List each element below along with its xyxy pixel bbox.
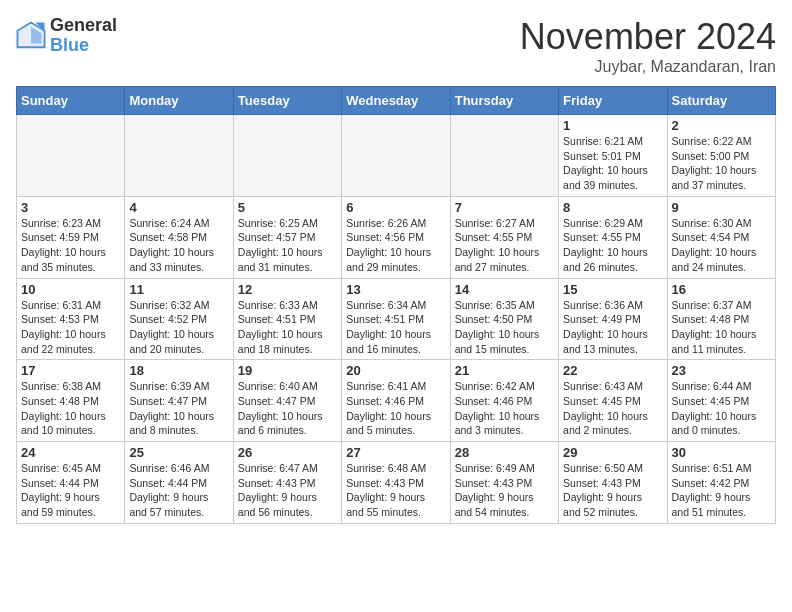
calendar-cell: 18Sunrise: 6:39 AM Sunset: 4:47 PM Dayli… — [125, 360, 233, 442]
calendar-cell: 29Sunrise: 6:50 AM Sunset: 4:43 PM Dayli… — [559, 442, 667, 524]
weekday-header-row: SundayMondayTuesdayWednesdayThursdayFrid… — [17, 87, 776, 115]
day-number: 2 — [672, 118, 771, 133]
day-number: 8 — [563, 200, 662, 215]
day-info: Sunrise: 6:50 AM Sunset: 4:43 PM Dayligh… — [563, 461, 662, 520]
logo-general: General — [50, 16, 117, 36]
day-number: 7 — [455, 200, 554, 215]
calendar-cell: 14Sunrise: 6:35 AM Sunset: 4:50 PM Dayli… — [450, 278, 558, 360]
calendar-cell: 20Sunrise: 6:41 AM Sunset: 4:46 PM Dayli… — [342, 360, 450, 442]
weekday-header-saturday: Saturday — [667, 87, 775, 115]
weekday-header-thursday: Thursday — [450, 87, 558, 115]
day-number: 26 — [238, 445, 337, 460]
day-number: 3 — [21, 200, 120, 215]
day-info: Sunrise: 6:33 AM Sunset: 4:51 PM Dayligh… — [238, 298, 337, 357]
week-row-1: 1Sunrise: 6:21 AM Sunset: 5:01 PM Daylig… — [17, 115, 776, 197]
calendar-cell: 3Sunrise: 6:23 AM Sunset: 4:59 PM Daylig… — [17, 196, 125, 278]
calendar-cell: 6Sunrise: 6:26 AM Sunset: 4:56 PM Daylig… — [342, 196, 450, 278]
day-number: 12 — [238, 282, 337, 297]
day-number: 22 — [563, 363, 662, 378]
day-number: 17 — [21, 363, 120, 378]
day-number: 28 — [455, 445, 554, 460]
day-info: Sunrise: 6:40 AM Sunset: 4:47 PM Dayligh… — [238, 379, 337, 438]
day-number: 18 — [129, 363, 228, 378]
calendar-cell: 24Sunrise: 6:45 AM Sunset: 4:44 PM Dayli… — [17, 442, 125, 524]
day-info: Sunrise: 6:31 AM Sunset: 4:53 PM Dayligh… — [21, 298, 120, 357]
calendar-cell: 21Sunrise: 6:42 AM Sunset: 4:46 PM Dayli… — [450, 360, 558, 442]
month-title: November 2024 — [520, 16, 776, 58]
calendar-cell: 5Sunrise: 6:25 AM Sunset: 4:57 PM Daylig… — [233, 196, 341, 278]
calendar-cell — [125, 115, 233, 197]
calendar-cell: 30Sunrise: 6:51 AM Sunset: 4:42 PM Dayli… — [667, 442, 775, 524]
day-number: 9 — [672, 200, 771, 215]
day-info: Sunrise: 6:21 AM Sunset: 5:01 PM Dayligh… — [563, 134, 662, 193]
calendar-table: SundayMondayTuesdayWednesdayThursdayFrid… — [16, 86, 776, 524]
day-info: Sunrise: 6:37 AM Sunset: 4:48 PM Dayligh… — [672, 298, 771, 357]
calendar-cell — [450, 115, 558, 197]
day-info: Sunrise: 6:38 AM Sunset: 4:48 PM Dayligh… — [21, 379, 120, 438]
week-row-2: 3Sunrise: 6:23 AM Sunset: 4:59 PM Daylig… — [17, 196, 776, 278]
week-row-4: 17Sunrise: 6:38 AM Sunset: 4:48 PM Dayli… — [17, 360, 776, 442]
day-number: 4 — [129, 200, 228, 215]
calendar-cell: 15Sunrise: 6:36 AM Sunset: 4:49 PM Dayli… — [559, 278, 667, 360]
day-info: Sunrise: 6:30 AM Sunset: 4:54 PM Dayligh… — [672, 216, 771, 275]
day-info: Sunrise: 6:46 AM Sunset: 4:44 PM Dayligh… — [129, 461, 228, 520]
day-number: 29 — [563, 445, 662, 460]
day-number: 13 — [346, 282, 445, 297]
day-number: 6 — [346, 200, 445, 215]
day-info: Sunrise: 6:41 AM Sunset: 4:46 PM Dayligh… — [346, 379, 445, 438]
day-info: Sunrise: 6:29 AM Sunset: 4:55 PM Dayligh… — [563, 216, 662, 275]
calendar-cell: 27Sunrise: 6:48 AM Sunset: 4:43 PM Dayli… — [342, 442, 450, 524]
day-number: 19 — [238, 363, 337, 378]
day-number: 24 — [21, 445, 120, 460]
week-row-3: 10Sunrise: 6:31 AM Sunset: 4:53 PM Dayli… — [17, 278, 776, 360]
day-number: 30 — [672, 445, 771, 460]
day-info: Sunrise: 6:23 AM Sunset: 4:59 PM Dayligh… — [21, 216, 120, 275]
day-number: 21 — [455, 363, 554, 378]
calendar-cell: 4Sunrise: 6:24 AM Sunset: 4:58 PM Daylig… — [125, 196, 233, 278]
day-info: Sunrise: 6:34 AM Sunset: 4:51 PM Dayligh… — [346, 298, 445, 357]
calendar-cell: 17Sunrise: 6:38 AM Sunset: 4:48 PM Dayli… — [17, 360, 125, 442]
day-number: 27 — [346, 445, 445, 460]
day-info: Sunrise: 6:39 AM Sunset: 4:47 PM Dayligh… — [129, 379, 228, 438]
day-info: Sunrise: 6:24 AM Sunset: 4:58 PM Dayligh… — [129, 216, 228, 275]
day-number: 11 — [129, 282, 228, 297]
weekday-header-sunday: Sunday — [17, 87, 125, 115]
calendar-cell: 12Sunrise: 6:33 AM Sunset: 4:51 PM Dayli… — [233, 278, 341, 360]
calendar-cell: 10Sunrise: 6:31 AM Sunset: 4:53 PM Dayli… — [17, 278, 125, 360]
day-info: Sunrise: 6:48 AM Sunset: 4:43 PM Dayligh… — [346, 461, 445, 520]
day-info: Sunrise: 6:43 AM Sunset: 4:45 PM Dayligh… — [563, 379, 662, 438]
calendar-cell: 26Sunrise: 6:47 AM Sunset: 4:43 PM Dayli… — [233, 442, 341, 524]
calendar-cell: 25Sunrise: 6:46 AM Sunset: 4:44 PM Dayli… — [125, 442, 233, 524]
calendar-cell: 23Sunrise: 6:44 AM Sunset: 4:45 PM Dayli… — [667, 360, 775, 442]
calendar-cell: 9Sunrise: 6:30 AM Sunset: 4:54 PM Daylig… — [667, 196, 775, 278]
logo-text: General Blue — [50, 16, 117, 56]
title-area: November 2024 Juybar, Mazandaran, Iran — [520, 16, 776, 76]
day-number: 5 — [238, 200, 337, 215]
calendar-cell: 7Sunrise: 6:27 AM Sunset: 4:55 PM Daylig… — [450, 196, 558, 278]
calendar-cell: 2Sunrise: 6:22 AM Sunset: 5:00 PM Daylig… — [667, 115, 775, 197]
day-number: 20 — [346, 363, 445, 378]
day-info: Sunrise: 6:51 AM Sunset: 4:42 PM Dayligh… — [672, 461, 771, 520]
day-info: Sunrise: 6:49 AM Sunset: 4:43 PM Dayligh… — [455, 461, 554, 520]
day-number: 15 — [563, 282, 662, 297]
day-info: Sunrise: 6:22 AM Sunset: 5:00 PM Dayligh… — [672, 134, 771, 193]
day-info: Sunrise: 6:25 AM Sunset: 4:57 PM Dayligh… — [238, 216, 337, 275]
weekday-header-friday: Friday — [559, 87, 667, 115]
day-number: 16 — [672, 282, 771, 297]
calendar-cell: 19Sunrise: 6:40 AM Sunset: 4:47 PM Dayli… — [233, 360, 341, 442]
day-info: Sunrise: 6:27 AM Sunset: 4:55 PM Dayligh… — [455, 216, 554, 275]
weekday-header-monday: Monday — [125, 87, 233, 115]
calendar-cell: 8Sunrise: 6:29 AM Sunset: 4:55 PM Daylig… — [559, 196, 667, 278]
calendar-cell: 13Sunrise: 6:34 AM Sunset: 4:51 PM Dayli… — [342, 278, 450, 360]
week-row-5: 24Sunrise: 6:45 AM Sunset: 4:44 PM Dayli… — [17, 442, 776, 524]
day-info: Sunrise: 6:44 AM Sunset: 4:45 PM Dayligh… — [672, 379, 771, 438]
calendar-cell: 11Sunrise: 6:32 AM Sunset: 4:52 PM Dayli… — [125, 278, 233, 360]
location-title: Juybar, Mazandaran, Iran — [520, 58, 776, 76]
calendar-cell — [233, 115, 341, 197]
day-number: 25 — [129, 445, 228, 460]
weekday-header-wednesday: Wednesday — [342, 87, 450, 115]
day-number: 14 — [455, 282, 554, 297]
calendar-cell: 1Sunrise: 6:21 AM Sunset: 5:01 PM Daylig… — [559, 115, 667, 197]
day-info: Sunrise: 6:47 AM Sunset: 4:43 PM Dayligh… — [238, 461, 337, 520]
calendar-cell — [342, 115, 450, 197]
